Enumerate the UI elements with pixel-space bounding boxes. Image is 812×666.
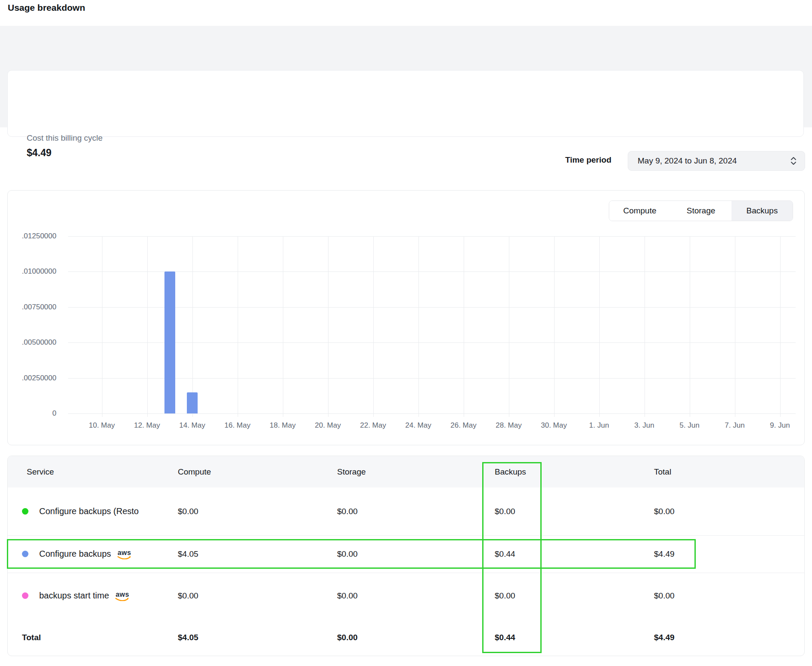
series-dot-pink — [22, 592, 28, 599]
x-gridline — [283, 236, 283, 417]
total-cost: $0.00 — [654, 507, 804, 516]
time-period-select[interactable]: May 9, 2024 to Jun 8, 2024 — [628, 151, 805, 171]
series-dot-blue — [22, 551, 28, 557]
table-header-row: Service Compute Storage Backups Total — [8, 456, 804, 487]
cost-cycle-value: $4.49 — [27, 147, 52, 159]
total-label: Total — [8, 633, 178, 642]
table-row: Configure backups (Resto $0.00 $0.00 $0.… — [8, 487, 804, 535]
x-gridline — [645, 236, 645, 417]
x-axis-tick-label: 20. May — [304, 421, 352, 430]
y-gridline — [68, 271, 796, 272]
storage-total: $0.00 — [337, 633, 495, 642]
grand-total: $4.49 — [654, 633, 804, 642]
storage-cost: $0.00 — [337, 507, 495, 516]
column-header-compute: Compute — [178, 467, 337, 477]
x-gridline — [102, 236, 102, 417]
x-gridline — [373, 236, 374, 417]
table-row: backups start time aws $0.00 $0.00 $0.00… — [8, 573, 804, 619]
x-gridline — [328, 236, 329, 417]
x-axis-tick-label: 14. May — [169, 421, 216, 430]
bar — [164, 271, 175, 413]
summary-section: Cost this billing cycle $4.49 — [0, 26, 812, 127]
y-gridline — [68, 342, 796, 343]
x-axis-tick-label: 5. Jun — [666, 421, 713, 430]
compute-cost: $4.05 — [178, 549, 337, 559]
column-header-total: Total — [654, 467, 804, 477]
page-title: Usage breakdown — [8, 3, 85, 13]
x-axis-tick-label: 18. May — [259, 421, 307, 430]
x-gridline — [464, 236, 464, 417]
x-axis-tick-label: 26. May — [440, 421, 487, 430]
usage-table: Service Compute Storage Backups Total Co… — [7, 456, 805, 656]
x-axis-tick-label: 16. May — [214, 421, 261, 430]
usage-chart-card: Compute Storage Backups 0.00250000.00500… — [7, 190, 805, 445]
x-axis-tick-label: 7. Jun — [711, 421, 759, 430]
bar — [187, 392, 198, 413]
x-axis-tick-label: 9. Jun — [756, 421, 804, 430]
service-name: Configure backups (Resto — [39, 506, 139, 516]
time-period-label: Time period — [512, 155, 611, 165]
cost-cycle-label: Cost this billing cycle — [27, 133, 102, 143]
x-gridline — [418, 236, 419, 417]
x-axis-tick-label: 22. May — [350, 421, 397, 430]
compute-total: $4.05 — [178, 633, 337, 642]
x-gridline — [599, 236, 600, 417]
x-gridline — [735, 236, 735, 417]
y-gridline — [68, 307, 796, 308]
aws-icon: aws — [117, 550, 132, 559]
bar-chart: 0.00250000.00500000.00750000.01000000.01… — [8, 191, 805, 446]
y-axis-tick-label: 0 — [8, 409, 56, 418]
x-axis-tick-label: 1. Jun — [576, 421, 623, 430]
column-header-service: Service — [8, 467, 178, 477]
x-axis-tick-label: 10. May — [78, 421, 126, 430]
service-name: Configure backups — [39, 549, 111, 559]
service-name: backups start time — [39, 591, 109, 601]
chevron-up-down-icon — [790, 156, 797, 166]
y-axis-tick-label: .01250000 — [8, 232, 56, 240]
column-header-storage: Storage — [337, 467, 495, 477]
cost-summary-card: Cost this billing cycle $4.49 — [7, 70, 804, 137]
x-gridline — [192, 236, 193, 417]
y-axis-tick-label: .00250000 — [8, 374, 56, 382]
compute-cost: $0.00 — [178, 591, 337, 601]
total-cost: $0.00 — [654, 591, 804, 601]
x-axis-tick-label: 28. May — [485, 421, 533, 430]
table-row-highlighted: Configure backups aws $4.05 $0.00 $0.44 … — [8, 535, 804, 573]
storage-cost: $0.00 — [337, 549, 495, 559]
y-axis-tick-label: .00500000 — [8, 338, 56, 347]
backups-cost: $0.00 — [495, 591, 654, 601]
series-dot-green — [22, 508, 28, 515]
aws-icon: aws — [115, 592, 130, 601]
x-gridline — [690, 236, 690, 417]
time-period-value: May 9, 2024 to Jun 8, 2024 — [638, 156, 790, 166]
y-gridline — [68, 236, 796, 237]
y-gridline — [68, 413, 796, 414]
x-axis-tick-label: 24. May — [395, 421, 442, 430]
total-cost: $4.49 — [654, 549, 804, 559]
x-gridline — [780, 236, 781, 417]
x-axis-tick-label: 30. May — [530, 421, 578, 430]
column-header-backups: Backups — [495, 467, 654, 477]
backups-total: $0.44 — [495, 633, 654, 642]
x-axis-tick-label: 3. Jun — [621, 421, 668, 430]
x-gridline — [554, 236, 555, 417]
y-axis-tick-label: .01000000 — [8, 267, 56, 276]
y-gridline — [68, 378, 796, 379]
x-gridline — [238, 236, 238, 417]
backups-cost: $0.44 — [495, 549, 654, 559]
x-gridline — [509, 236, 509, 417]
backups-cost: $0.00 — [495, 507, 654, 516]
table-total-row: Total $4.05 $0.00 $0.44 $4.49 — [8, 619, 804, 657]
compute-cost: $0.00 — [178, 507, 337, 516]
y-axis-tick-label: .00750000 — [8, 303, 56, 311]
storage-cost: $0.00 — [337, 591, 495, 601]
x-gridline — [147, 236, 148, 417]
x-axis-tick-label: 12. May — [124, 421, 171, 430]
